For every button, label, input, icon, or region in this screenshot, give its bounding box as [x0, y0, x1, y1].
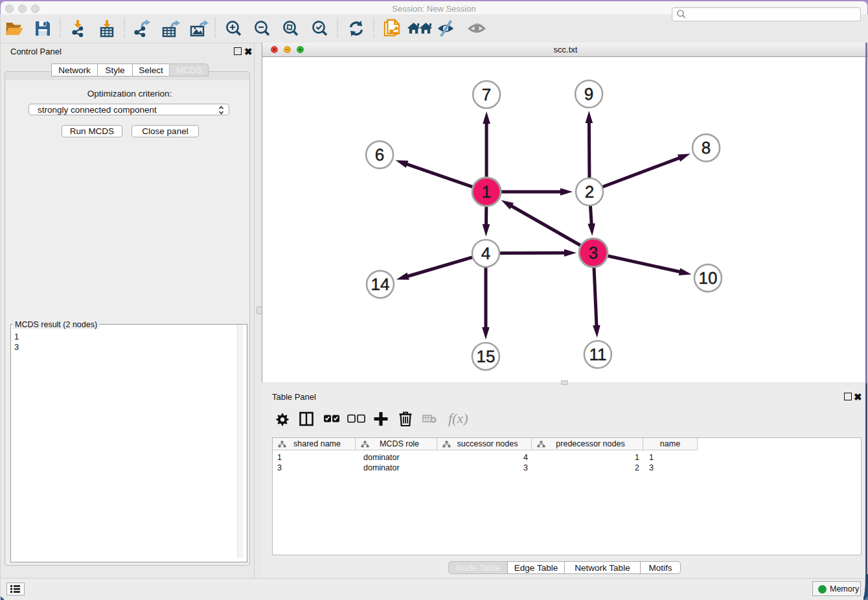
- svg-text:10: 10: [698, 268, 717, 288]
- svg-text:7: 7: [482, 85, 491, 104]
- svg-text:8: 8: [702, 138, 711, 157]
- svg-text:15: 15: [476, 347, 495, 366]
- svg-text:9: 9: [584, 84, 593, 104]
- svg-text:14: 14: [371, 275, 389, 294]
- svg-text:11: 11: [589, 345, 606, 364]
- svg-text:1: 1: [482, 182, 491, 202]
- svg-text:6: 6: [375, 145, 384, 165]
- svg-text:2: 2: [585, 182, 594, 202]
- svg-text:4: 4: [481, 244, 490, 263]
- svg-text:f(x): f(x): [448, 410, 468, 426]
- svg-text:3: 3: [589, 243, 598, 262]
